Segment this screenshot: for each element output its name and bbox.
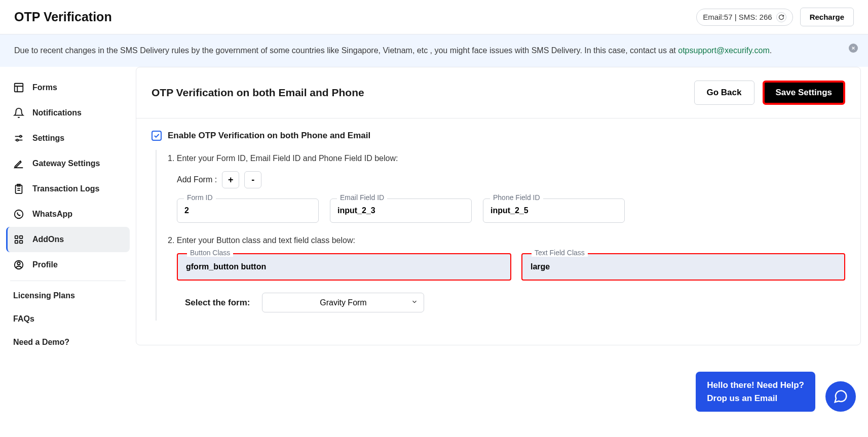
step1-label: 1. Enter your Form ID, Email Field ID an… — [168, 154, 845, 163]
form-select[interactable]: Gravity Form — [262, 293, 424, 312]
sidebar-item-label: Settings — [32, 134, 64, 143]
sidebar-item-transactions[interactable]: Transaction Logs — [6, 176, 130, 202]
svg-rect-6 — [20, 236, 23, 239]
usage-counter: Email:57 | SMS: 266 — [696, 9, 792, 26]
sidebar-item-addons[interactable]: AddOns — [6, 227, 130, 252]
grid-icon — [13, 234, 24, 245]
form-id-label: Form ID — [184, 193, 216, 202]
card-body: Enable OTP Verification on both Phone an… — [136, 118, 860, 333]
page-title: OTP Verification — [14, 10, 112, 24]
enable-row: Enable OTP Verification on both Phone an… — [152, 131, 845, 141]
svg-point-10 — [17, 262, 20, 265]
notice-email-link[interactable]: otpsupport@xecurify.com — [678, 46, 769, 55]
main-content: OTP Verification on both Email and Phone… — [136, 67, 868, 362]
sidebar-item-label: WhatsApp — [32, 210, 72, 219]
header: OTP Verification Email:57 | SMS: 266 Rec… — [0, 0, 868, 34]
help-line1: Hello there! Need Help? — [707, 379, 804, 392]
sidebar-item-label: Gateway Settings — [32, 159, 100, 168]
enable-checkbox[interactable] — [152, 131, 162, 141]
user-icon — [13, 259, 24, 270]
clipboard-icon — [13, 183, 24, 194]
card-header: OTP Verification on both Email and Phone… — [136, 67, 860, 118]
bell-icon — [13, 107, 24, 118]
select-form-row: Select the form: Gravity Form — [185, 293, 845, 312]
sidebar-item-label: Notifications — [32, 108, 82, 117]
add-form-plus-button[interactable]: + — [222, 171, 239, 188]
svg-point-2 — [16, 139, 18, 141]
svg-point-1 — [20, 136, 22, 138]
sidebar-item-forms[interactable]: Forms — [6, 75, 130, 100]
layout-icon — [13, 82, 24, 93]
sliders-icon — [13, 133, 24, 144]
class-row: Button Class Text Field Class — [177, 253, 845, 281]
card-actions: Go Back Save Settings — [694, 81, 845, 105]
select-form-label: Select the form: — [185, 298, 250, 308]
sidebar-link-licensing[interactable]: Licensing Plans — [6, 284, 130, 307]
settings-card: OTP Verification on both Email and Phone… — [136, 67, 861, 345]
header-actions: Email:57 | SMS: 266 Recharge — [696, 8, 854, 26]
usage-text: Email:57 | SMS: 266 — [703, 13, 772, 21]
phone-field-input[interactable] — [483, 198, 625, 223]
enable-label: Enable OTP Verification on both Phone an… — [168, 131, 370, 141]
sidebar-item-label: AddOns — [32, 235, 64, 244]
text-class-group: Text Field Class — [521, 253, 845, 281]
save-settings-button[interactable]: Save Settings — [763, 81, 846, 105]
step2-label: 2. Enter your Button class and text fiel… — [168, 236, 845, 245]
go-back-button[interactable]: Go Back — [694, 81, 754, 105]
email-field-input[interactable] — [330, 198, 472, 223]
svg-rect-0 — [15, 84, 23, 92]
button-class-input[interactable] — [177, 253, 511, 281]
close-icon[interactable] — [849, 44, 858, 53]
sidebar-link-demo[interactable]: Need a Demo? — [6, 331, 130, 354]
sidebar: Forms Notifications Settings Gateway Set… — [0, 67, 136, 362]
sidebar-item-whatsapp[interactable]: WhatsApp — [6, 202, 130, 227]
help-line2: Drop us an Email — [707, 392, 804, 405]
pen-icon — [13, 158, 24, 169]
notice-banner: Due to recent changes in the SMS Deliver… — [0, 34, 868, 67]
form-id-input[interactable] — [177, 198, 319, 223]
help-bubble[interactable]: Hello there! Need Help? Drop us an Email — [696, 372, 815, 412]
field-row: Form ID Email Field ID Phone Field ID — [177, 198, 845, 223]
sidebar-item-label: Profile — [32, 260, 58, 269]
add-form-row: Add Form : + - — [177, 171, 845, 188]
email-field-group: Email Field ID — [330, 198, 472, 223]
select-wrap: Gravity Form — [262, 293, 424, 312]
help-fab[interactable] — [825, 381, 856, 412]
text-class-input[interactable] — [521, 253, 845, 281]
sidebar-item-profile[interactable]: Profile — [6, 252, 130, 277]
svg-point-4 — [15, 210, 23, 219]
card-title: OTP Verification on both Email and Phone — [152, 87, 364, 99]
sidebar-item-notifications[interactable]: Notifications — [6, 100, 130, 126]
whatsapp-icon — [13, 209, 24, 220]
svg-rect-8 — [20, 241, 23, 244]
sidebar-link-faqs[interactable]: FAQs — [6, 307, 130, 331]
sidebar-item-gateway[interactable]: Gateway Settings — [6, 151, 130, 176]
svg-rect-7 — [15, 241, 18, 244]
form-id-group: Form ID — [177, 198, 319, 223]
sidebar-item-label: Forms — [32, 83, 57, 92]
sidebar-item-label: Transaction Logs — [32, 184, 99, 193]
svg-rect-5 — [15, 236, 18, 239]
email-field-label: Email Field ID — [337, 193, 387, 202]
text-class-label: Text Field Class — [532, 249, 588, 257]
button-class-label: Button Class — [187, 249, 233, 257]
recharge-button[interactable]: Recharge — [800, 8, 854, 26]
sidebar-item-settings[interactable]: Settings — [6, 126, 130, 151]
add-form-minus-button[interactable]: - — [244, 171, 261, 188]
form-config: 1. Enter your Form ID, Email Field ID an… — [156, 150, 845, 321]
chat-icon — [833, 389, 848, 404]
refresh-icon[interactable] — [776, 12, 786, 22]
notice-text: Due to recent changes in the SMS Deliver… — [14, 46, 678, 55]
add-form-label: Add Form : — [177, 175, 217, 184]
check-icon — [153, 132, 160, 139]
phone-field-label: Phone Field ID — [490, 193, 543, 202]
phone-field-group: Phone Field ID — [483, 198, 625, 223]
button-class-group: Button Class — [177, 253, 511, 281]
